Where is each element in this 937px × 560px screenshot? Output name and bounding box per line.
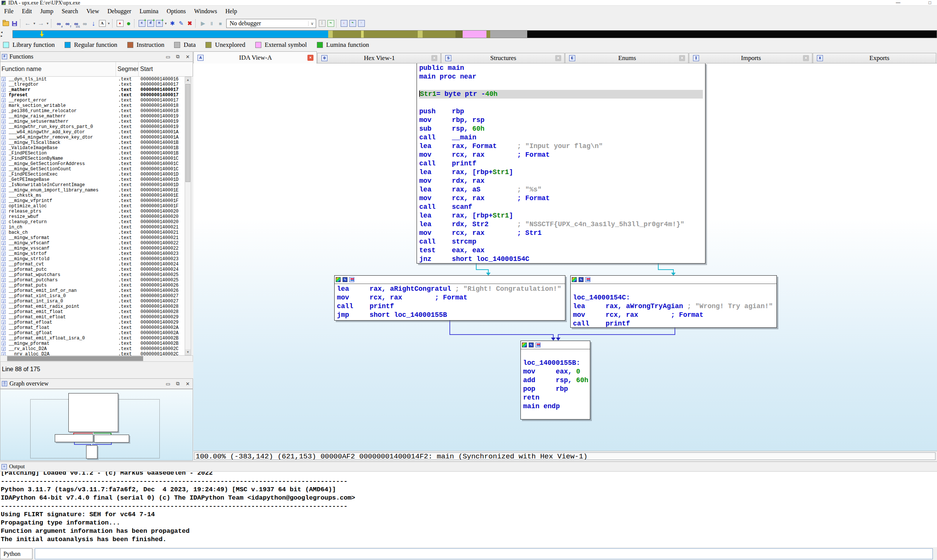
column-start[interactable]: Start bbox=[139, 62, 185, 76]
function-row[interactable]: ___w64_mingwthr_add_key_dtor.text0000000… bbox=[0, 130, 185, 135]
undefine-icon[interactable]: ✖ bbox=[186, 19, 194, 28]
panel-maximize-icon[interactable]: ▭ bbox=[163, 381, 173, 387]
tab-close-icon[interactable]: × bbox=[555, 55, 561, 61]
navband-left-icon[interactable]: ◂ bbox=[1, 30, 3, 34]
menu-options[interactable]: Options bbox=[162, 6, 190, 17]
tab-close-icon[interactable]: × bbox=[803, 55, 809, 61]
function-row[interactable]: __mingw_GetSectionForAddress.text0000000… bbox=[0, 161, 185, 167]
step-over-icon[interactable]: ↷ bbox=[349, 19, 357, 28]
panel-restore-icon[interactable]: ⧉ bbox=[173, 54, 183, 60]
function-row[interactable]: __pformat_cvt.text00000001400024 bbox=[0, 262, 185, 267]
tab-imports[interactable]: IImports× bbox=[689, 53, 812, 63]
jump-next-icon[interactable]: ↓ bbox=[90, 19, 97, 28]
debugger-options-icon[interactable]: ⋮ bbox=[318, 19, 326, 28]
maximize-button[interactable]: □ bbox=[925, 0, 934, 6]
graph-node-main[interactable]: public mainmain proc near Str1= byte ptr… bbox=[417, 63, 705, 264]
function-row[interactable]: __mingw_pformat.text0000000140002B bbox=[0, 341, 185, 346]
panel-restore-icon[interactable]: ⧉ bbox=[173, 381, 183, 387]
column-function-name[interactable]: Function name bbox=[0, 62, 116, 76]
function-row[interactable]: __mingw_sformat.text00000001400021 bbox=[0, 235, 185, 241]
function-row[interactable]: ___w64_mingwthr_remove_key_dtor.text0000… bbox=[0, 135, 185, 140]
menu-lumina[interactable]: Lumina bbox=[136, 6, 163, 17]
graph-node-wrong[interactable]: loc_14000154C:lea rax, aWrongTryAgian ; … bbox=[570, 275, 777, 328]
panel-close-icon[interactable]: ✕ bbox=[183, 54, 193, 60]
search-again-icon[interactable]: ∞ bbox=[81, 19, 89, 28]
edit-comment-icon[interactable]: ✎ bbox=[177, 19, 185, 28]
function-row[interactable]: __pformat_emit_radix_point.text000000014… bbox=[0, 304, 185, 309]
python-input[interactable] bbox=[35, 548, 933, 559]
functions-horizontal-scrollbar[interactable] bbox=[0, 355, 193, 362]
ida-view-a-graph[interactable]: public mainmain proc near Str1= byte ptr… bbox=[193, 63, 937, 451]
ascii-string-icon[interactable]: A bbox=[98, 19, 106, 28]
function-row[interactable]: __pformat_emit_efloat.text00000001400029 bbox=[0, 315, 185, 320]
function-row[interactable]: __pformat_gfloat.text0000000140002A bbox=[0, 330, 185, 336]
function-row[interactable]: back_ch.text00000001400021 bbox=[0, 230, 185, 235]
node-edit-icon[interactable] bbox=[579, 277, 584, 282]
function-row[interactable]: optimize_alloc.text0000000140001F bbox=[0, 204, 185, 209]
function-row[interactable]: __pformat_emit_float.text00000001400028 bbox=[0, 309, 185, 315]
create-struct-icon[interactable]: ✱ bbox=[168, 19, 176, 28]
graph-node-congrat[interactable]: lea rax, aRightCongratul ; "Right! Congr… bbox=[334, 275, 565, 321]
function-row[interactable]: __mingw_vfscanf.text00000001400022 bbox=[0, 241, 185, 246]
function-row[interactable]: __tlregdtor.text00000001400017 bbox=[0, 82, 185, 87]
function-row[interactable]: __mingw_setusermatherr.text0000000140001… bbox=[0, 119, 185, 124]
function-row[interactable]: _pei386_runtime_relocator.text0000000140… bbox=[0, 108, 185, 114]
function-row[interactable]: __pformat_putchars.text00000001400025 bbox=[0, 278, 185, 283]
open-file-icon[interactable] bbox=[2, 19, 10, 28]
navigation-band[interactable] bbox=[12, 30, 937, 38]
debugger-stop-icon[interactable]: ■ bbox=[216, 19, 224, 28]
function-row[interactable]: mark_section_writable.text00000001400018 bbox=[0, 103, 185, 108]
function-row[interactable]: __pformat_xint_isra_0.text00000001400027 bbox=[0, 293, 185, 299]
menu-search[interactable]: Search bbox=[57, 6, 82, 17]
function-row[interactable]: __pformat_putc.text00000001400024 bbox=[0, 267, 185, 272]
function-row[interactable]: __pformat_efloat.text00000001400029 bbox=[0, 320, 185, 325]
create-dropdown-icon[interactable]: ▼ bbox=[164, 19, 168, 28]
search-binary-icon[interactable]: ∞# bbox=[55, 19, 63, 28]
node-group-icon[interactable] bbox=[536, 342, 540, 347]
function-row[interactable]: fpreset.text00000001400017 bbox=[0, 93, 185, 98]
function-row[interactable]: in_ch.text00000001400021 bbox=[0, 225, 185, 230]
node-color-icon[interactable] bbox=[522, 342, 527, 347]
tab-enums[interactable]: EEnums× bbox=[565, 53, 688, 63]
panel-maximize-icon[interactable]: ▭ bbox=[163, 54, 173, 60]
string-style-dropdown-icon[interactable]: ▼ bbox=[107, 19, 111, 28]
run-until-return-icon[interactable]: ↑ bbox=[357, 19, 365, 28]
navigate-forward-icon[interactable]: → bbox=[37, 19, 45, 28]
function-row[interactable]: __mingw_vfprintf.text0000000140001F bbox=[0, 198, 185, 204]
panel-close-icon[interactable]: ✕ bbox=[183, 381, 193, 387]
node-group-icon[interactable] bbox=[585, 277, 590, 282]
scroll-up-icon[interactable]: ▲ bbox=[185, 77, 191, 83]
function-row[interactable]: __mingw_GetSectionCount.text000000014000… bbox=[0, 167, 185, 172]
function-row[interactable]: __mingw_enum_import_library_names.text00… bbox=[0, 188, 185, 193]
create-data-icon[interactable]: d+ bbox=[147, 19, 154, 28]
step-into-icon[interactable]: ↓ bbox=[340, 19, 348, 28]
node-edit-icon[interactable] bbox=[529, 342, 534, 347]
graph-overview-minimap[interactable] bbox=[0, 389, 193, 461]
function-row[interactable]: __pformat_int_isra_0.text00000001400027 bbox=[0, 299, 185, 304]
scroll-down-icon[interactable]: ▼ bbox=[185, 349, 191, 355]
menu-jump[interactable]: Jump bbox=[36, 6, 58, 17]
function-row[interactable]: __report_error.text00000001400017 bbox=[0, 98, 185, 103]
function-row[interactable]: __pformat_emit_xfloat_isra_0.text0000000… bbox=[0, 336, 185, 341]
functions-vertical-scrollbar[interactable]: ▲ ▼ bbox=[185, 77, 191, 355]
function-row[interactable]: __mingw_vsscanf.text00000001400022 bbox=[0, 246, 185, 251]
function-row[interactable]: _GetPEImageBase.text0000000140001D bbox=[0, 177, 185, 182]
scrollbar-thumb[interactable] bbox=[185, 84, 190, 182]
forward-history-dropdown-icon[interactable]: ▼ bbox=[46, 19, 49, 28]
function-row[interactable]: cleanup_return.text00000001400020 bbox=[0, 219, 185, 225]
function-row[interactable]: __mingw_strtof.text00000001400023 bbox=[0, 251, 185, 256]
function-row[interactable]: __mingw_raise_matherr.text00000001400019 bbox=[0, 114, 185, 119]
create-code-icon[interactable]: c+ bbox=[138, 19, 146, 28]
function-row[interactable]: __rv_alloc_D2A.text0000000140002C bbox=[0, 346, 185, 352]
function-row[interactable]: _ValidateImageBase.text0000000140001B bbox=[0, 145, 185, 151]
function-row[interactable]: release_ptrs.text00000001400020 bbox=[0, 209, 185, 214]
function-row[interactable]: _FindPESectionExec.text0000000140001D bbox=[0, 172, 185, 177]
graph-node-exit[interactable]: loc_14000155B:mov eax, 0add rsp, 60hpop … bbox=[520, 341, 590, 420]
function-row[interactable]: _IsNonwritableInCurrentImage.text0000000… bbox=[0, 182, 185, 188]
menu-edit[interactable]: Edit bbox=[18, 6, 36, 17]
debugger-select[interactable]: No debugger ∨ bbox=[226, 19, 316, 28]
function-row[interactable]: __pformat_puts.text00000001400026 bbox=[0, 283, 185, 288]
tab-close-icon[interactable]: × bbox=[307, 55, 313, 61]
menu-help[interactable]: Help bbox=[221, 6, 241, 17]
function-row[interactable]: resize_wbuf.text00000001400020 bbox=[0, 214, 185, 219]
